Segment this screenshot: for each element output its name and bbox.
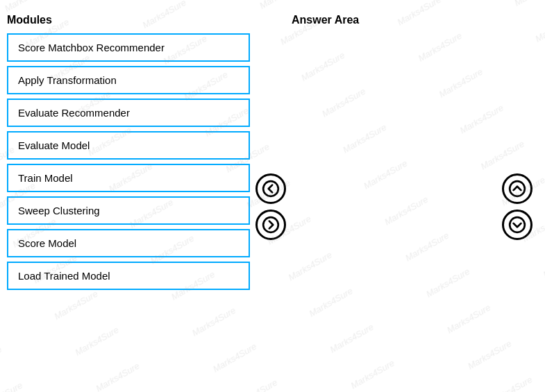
svg-point-3 [263,217,278,232]
main-container: Modules Score Matchbox Recommender Apply… [0,0,545,392]
module-item-apply-transformation[interactable]: Apply Transformation [7,66,250,94]
answer-area-title: Answer Area [292,14,496,26]
module-item-score-matchbox[interactable]: Score Matchbox Recommender [7,33,250,62]
answer-area-box[interactable] [292,33,496,378]
move-down-button[interactable] [502,210,533,240]
move-right-button[interactable] [255,210,286,240]
module-item-sweep-clustering[interactable]: Sweep Clustering [7,196,250,225]
module-item-load-trained-model[interactable]: Load Trained Model [7,262,250,290]
move-left-button[interactable] [255,173,286,204]
module-item-train-model[interactable]: Train Model [7,164,250,192]
right-controls [496,14,538,378]
svg-point-5 [510,217,525,232]
answer-panel: Answer Area [292,14,496,378]
module-item-evaluate-recommender[interactable]: Evaluate Recommender [7,99,250,127]
modules-panel: Modules Score Matchbox Recommender Apply… [7,14,250,378]
module-item-evaluate-model[interactable]: Evaluate Model [7,131,250,160]
modules-title: Modules [7,14,250,26]
svg-point-2 [263,181,278,196]
move-up-button[interactable] [502,173,533,204]
module-item-score-model[interactable]: Score Model [7,229,250,257]
svg-point-4 [510,181,525,196]
middle-controls [250,14,292,378]
